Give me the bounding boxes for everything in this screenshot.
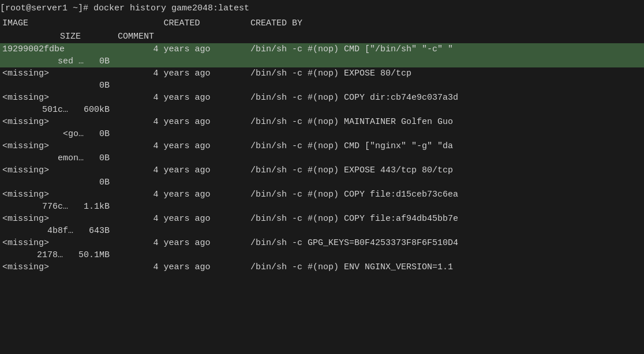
cell-size: 0B — [0, 176, 115, 189]
cell-created-by: /bin/sh -c #(nop) ENV NGINX_VERSION=1.1 — [248, 261, 644, 273]
terminal-window: [root@server1 ~]# docker history game204… — [0, 0, 644, 354]
table-row: <missing> 4 years ago /bin/sh -c #(nop) … — [0, 261, 644, 273]
table-row-size: sed … 0B — [0, 55, 644, 67]
table-row: <missing> 4 years ago /bin/sh -c #(nop) … — [0, 140, 644, 152]
docker-history-table: IMAGE CREATED CREATED BY SIZE COMMENT 19… — [0, 17, 644, 273]
cell-size: 4b8f… 643B — [0, 225, 115, 237]
prompt-text: [root@server1 ~]# docker history game204… — [0, 3, 249, 13]
table-row: 19299002fdbe 4 years ago /bin/sh -c #(no… — [0, 43, 644, 55]
cell-size: sed … 0B — [0, 55, 115, 67]
cell-image: <missing> — [0, 116, 115, 128]
header-size: SIZE — [0, 30, 115, 43]
header-created: CREATED — [115, 17, 248, 30]
cell-image: <missing> — [0, 213, 115, 225]
cell-size: 0B — [0, 80, 115, 92]
table-row-size: 0B — [0, 80, 644, 92]
header-image: IMAGE — [0, 17, 115, 30]
cell-size: 776c… 1.1kB — [0, 201, 115, 213]
cell-image: <missing> — [0, 67, 115, 80]
cell-size: <go… 0B — [0, 128, 115, 140]
cell-image: <missing> — [0, 189, 115, 201]
cell-created: 4 years ago — [115, 116, 248, 128]
cell-created-by: /bin/sh -c GPG_KEYS=B0F4253373F8F6F510D4 — [248, 237, 644, 249]
table-header-row1: IMAGE CREATED CREATED BY — [0, 17, 644, 30]
cell-size: 2178… 50.1MB — [0, 249, 115, 261]
cell-created-by: /bin/sh -c #(nop) CMD ["/bin/sh" "-c" " — [248, 43, 644, 55]
table-row: <missing> 4 years ago /bin/sh -c #(nop) … — [0, 189, 644, 201]
cell-image: <missing> — [0, 92, 115, 104]
table-row: <missing> 4 years ago /bin/sh -c GPG_KEY… — [0, 237, 644, 249]
cell-created: 4 years ago — [115, 92, 248, 104]
table-header-row2: SIZE COMMENT — [0, 30, 644, 43]
cell-image: <missing> — [0, 261, 115, 273]
cell-created: 4 years ago — [115, 189, 248, 201]
table-row-size: 501c… 600kB — [0, 104, 644, 116]
cell-created: 4 years ago — [115, 164, 248, 176]
table-row: <missing> 4 years ago /bin/sh -c #(nop) … — [0, 213, 644, 225]
cell-image: 19299002fdbe — [0, 43, 115, 55]
cell-image: <missing> — [0, 164, 115, 176]
cell-created: 4 years ago — [115, 213, 248, 225]
table-row-size: 0B — [0, 176, 644, 189]
table-row: <missing> 4 years ago /bin/sh -c #(nop) … — [0, 67, 644, 80]
cell-created: 4 years ago — [115, 261, 248, 273]
cell-created: 4 years ago — [115, 237, 248, 249]
cell-image: <missing> — [0, 140, 115, 152]
cell-image: <missing> — [0, 237, 115, 249]
table-row-size: 4b8f… 643B — [0, 225, 644, 237]
command-prompt: [root@server1 ~]# docker history game204… — [0, 0, 644, 17]
table-row-size: 2178… 50.1MB — [0, 249, 644, 261]
cell-created-by: /bin/sh -c #(nop) COPY file:d15ceb73c6ea — [248, 189, 644, 201]
cell-created-by: /bin/sh -c #(nop) EXPOSE 443/tcp 80/tcp — [248, 164, 644, 176]
cell-created: 4 years ago — [115, 67, 248, 80]
cell-size: emon… 0B — [0, 152, 115, 164]
cell-created-by: /bin/sh -c #(nop) COPY file:af94db45bb7e — [248, 213, 644, 225]
table-row: <missing> 4 years ago /bin/sh -c #(nop) … — [0, 92, 644, 104]
cell-size: 501c… 600kB — [0, 104, 115, 116]
table-row: <missing> 4 years ago /bin/sh -c #(nop) … — [0, 164, 644, 176]
table-row: <missing> 4 years ago /bin/sh -c #(nop) … — [0, 116, 644, 128]
table-row-size: <go… 0B — [0, 128, 644, 140]
cell-created: 4 years ago — [115, 140, 248, 152]
table-row-size: emon… 0B — [0, 152, 644, 164]
cell-created-by: /bin/sh -c #(nop) COPY dir:cb74e9c037a3d — [248, 92, 644, 104]
cell-created: 4 years ago — [115, 43, 248, 55]
header-created-by: CREATED BY — [248, 17, 644, 30]
table-row-size: 776c… 1.1kB — [0, 201, 644, 213]
cell-created-by: /bin/sh -c #(nop) CMD ["nginx" "-g" "da — [248, 140, 644, 152]
cell-created-by: /bin/sh -c #(nop) EXPOSE 80/tcp — [248, 67, 644, 80]
cell-created-by: /bin/sh -c #(nop) MAINTAINER Golfen Guo — [248, 116, 644, 128]
header-comment: COMMENT — [115, 30, 248, 43]
